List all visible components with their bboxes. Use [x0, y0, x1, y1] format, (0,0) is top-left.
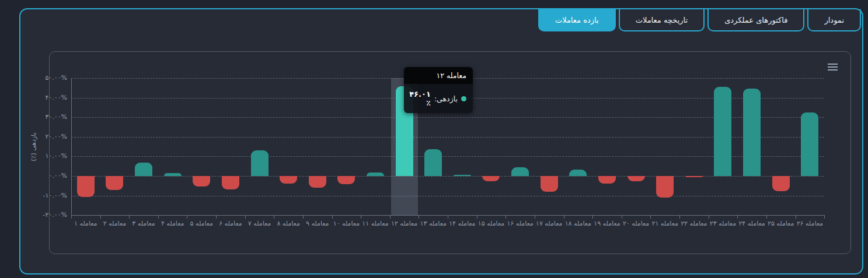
tooltip-value: ۴۶.۰۱ ٪	[409, 90, 431, 107]
bar-معامله ۲۰[interactable]	[628, 176, 645, 181]
y-axis-line	[71, 78, 72, 215]
x-axis-category-label: معامله ۱۱	[361, 219, 390, 228]
x-axis-tick	[622, 215, 622, 219]
x-axis-category-label: معامله ۲۱	[650, 219, 679, 228]
tooltip: معامله ۱۲ بازدهی: ۴۶.۰۱ ٪	[404, 67, 473, 113]
series-marker-dot	[461, 96, 466, 101]
bar-معامله ۲۱[interactable]	[656, 176, 674, 198]
x-axis-tick	[100, 215, 101, 219]
y-axis-tick-label: ۰.۰۰%	[19, 171, 67, 180]
x-axis-tick	[448, 215, 448, 219]
x-axis-category-label: معامله ۱۰	[332, 219, 361, 228]
tab-trade-history[interactable]: تاریخچه معاملات	[619, 9, 705, 31]
x-axis-tick	[303, 215, 304, 219]
y-gridline	[71, 156, 824, 157]
x-axis-tick	[564, 215, 564, 219]
x-axis-category-label: معامله ۱۸	[564, 219, 593, 228]
main-container: نمودار فاکتورهای عملکردی تاریخچه معاملات…	[19, 8, 863, 275]
x-axis-tick	[737, 215, 738, 219]
x-axis-tick	[477, 215, 477, 219]
bar-معامله ۱۰[interactable]	[337, 176, 355, 184]
x-axis-category-label: معامله ۱۶	[506, 219, 535, 228]
tab-trade-returns[interactable]: بازده معاملات	[538, 9, 616, 31]
y-axis-title: بازدهی (٪)	[30, 100, 38, 193]
y-axis-tick-label: ۳۰.۰۰%	[19, 112, 67, 121]
x-axis-category-label: معامله ۱۴	[448, 219, 477, 228]
tab-label: فاکتورهای عملکردی	[724, 16, 787, 24]
x-axis-tick	[709, 215, 709, 219]
bar-معامله ۱۹[interactable]	[598, 176, 616, 184]
x-axis-category-label: معامله ۲۵	[766, 219, 796, 228]
bar-معامله ۸[interactable]	[280, 176, 297, 184]
tooltip-title: معامله ۱۲	[404, 67, 473, 84]
y-gridline	[71, 117, 824, 118]
x-axis-tick	[216, 215, 217, 219]
x-axis-tick	[506, 215, 506, 219]
bar-معامله ۶[interactable]	[222, 176, 239, 189]
y-axis-tick-label: ۴۰.۰۰%	[19, 93, 67, 102]
x-axis-tick	[419, 215, 419, 219]
bar-معامله ۱۵[interactable]	[482, 176, 500, 181]
bar-معامله ۱۸[interactable]	[569, 170, 587, 176]
bar-معامله ۷[interactable]	[251, 150, 269, 176]
x-axis-tick	[361, 215, 361, 219]
y-gridline	[71, 196, 824, 196]
tooltip-series-label: بازدهی:	[434, 94, 458, 103]
x-axis-tick	[766, 215, 767, 219]
tooltip-body: بازدهی: ۴۶.۰۱ ٪	[404, 84, 473, 113]
bar-معامله ۱۳[interactable]	[424, 149, 442, 176]
bar-معامله ۲[interactable]	[106, 176, 123, 190]
x-axis-category-label: معامله ۴	[158, 219, 187, 228]
bar-معامله ۲۶[interactable]	[801, 112, 818, 176]
bar-معامله ۱[interactable]	[77, 176, 95, 197]
x-axis-tick	[187, 215, 187, 219]
y-axis-tick-label: -۲۰.۰۰%	[19, 210, 67, 219]
x-axis-category-label: معامله ۱۷	[535, 219, 564, 228]
x-axis-tick	[650, 215, 651, 219]
tab-chart[interactable]: نمودار	[807, 9, 861, 31]
x-axis-tick	[796, 215, 796, 219]
bar-معامله ۱۷[interactable]	[541, 176, 558, 192]
x-axis-category-label: معامله ۸	[274, 219, 303, 228]
x-axis-tick	[245, 215, 246, 219]
x-axis-category-label: معامله ۱	[71, 219, 100, 228]
bar-معامله ۳[interactable]	[135, 163, 152, 176]
x-axis-tick	[679, 215, 680, 219]
bar-معامله ۱۱[interactable]	[367, 173, 384, 176]
x-axis-category-label: معامله ۶	[216, 219, 245, 228]
bar-معامله ۲۲[interactable]	[685, 176, 703, 177]
bar-معامله ۱۴[interactable]	[454, 175, 471, 176]
bar-معامله ۲۴[interactable]	[743, 89, 761, 176]
tab-label: نمودار	[824, 16, 844, 24]
x-axis-tick	[535, 215, 535, 219]
x-axis-category-label: معامله ۳	[129, 219, 158, 228]
x-axis-category-label: معامله ۹	[303, 219, 332, 228]
x-axis-tick	[158, 215, 159, 219]
tab-bar: نمودار فاکتورهای عملکردی تاریخچه معاملات…	[538, 9, 861, 31]
bar-معامله ۹[interactable]	[309, 176, 326, 188]
hamburger-menu-icon[interactable]	[828, 64, 838, 71]
chart-panel: ۵۰.۰۰%۴۰.۰۰%۳۰.۰۰%۲۰.۰۰%۱۰.۰۰%۰.۰۰%-۱۰.۰…	[49, 51, 851, 254]
x-axis-tick	[129, 215, 130, 219]
bar-معامله ۵[interactable]	[193, 176, 210, 186]
tab-label: تاریخچه معاملات	[636, 16, 688, 24]
x-axis-tick	[274, 215, 274, 219]
tab-performance-factors[interactable]: فاکتورهای عملکردی	[707, 9, 804, 31]
x-axis-category-label: معامله ۱۹	[592, 219, 622, 228]
x-axis-category-label: معامله ۱۲	[390, 219, 419, 228]
x-axis-tick	[824, 215, 825, 219]
x-axis-category-label: معامله ۲	[100, 219, 130, 228]
bar-معامله ۲۳[interactable]	[714, 87, 731, 176]
y-axis-tick-label: ۱۰.۰۰%	[19, 152, 67, 160]
x-axis-category-label: معامله ۵	[187, 219, 216, 228]
x-axis-category-label: معامله ۲۰	[622, 219, 651, 228]
y-axis-tick-label: -۱۰.۰۰%	[19, 191, 67, 200]
x-axis-category-label: معامله ۲۴	[737, 219, 766, 228]
x-axis-category-label: معامله ۲۶	[796, 219, 825, 228]
x-axis-category-label: معامله ۲۲	[679, 219, 709, 228]
bar-معامله ۱۶[interactable]	[511, 167, 529, 176]
bar-معامله ۴[interactable]	[164, 173, 182, 176]
x-axis-tick	[71, 215, 72, 219]
bar-معامله ۲۵[interactable]	[772, 176, 790, 191]
x-axis-category-label: معامله ۷	[245, 219, 274, 228]
